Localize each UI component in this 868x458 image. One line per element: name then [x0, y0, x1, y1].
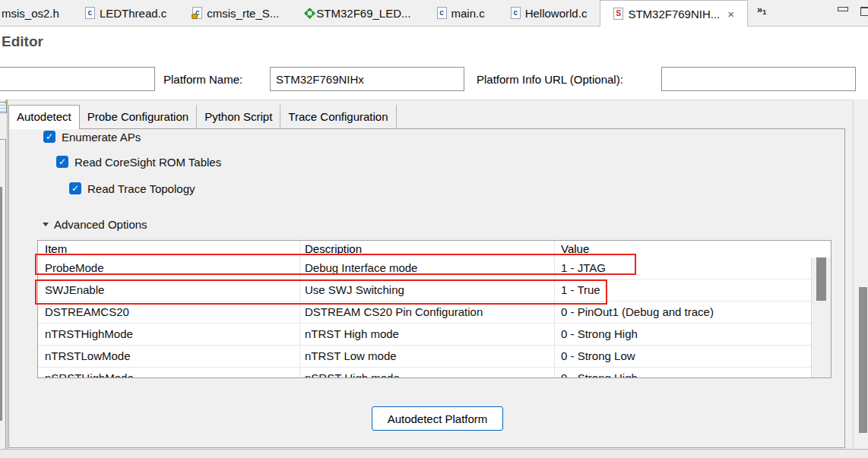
- column-header-description[interactable]: Description: [305, 241, 362, 257]
- tab-main-c[interactable]: main.c: [424, 0, 498, 26]
- tab-overflow-indicator[interactable]: » 1: [748, 0, 772, 26]
- launch-config-icon: [307, 10, 312, 15]
- config-tab-bar: Autodetect Probe Configuration Python Sc…: [8, 105, 397, 129]
- left-cropped-field[interactable]: [0, 67, 155, 91]
- tab-trace-configuration[interactable]: Trace Configuration: [280, 105, 396, 129]
- checkbox-checked-icon[interactable]: [69, 182, 81, 194]
- description-cell: nSRST High mode: [305, 368, 400, 378]
- page-title: Editor: [2, 33, 43, 50]
- description-cell: DSTREAM CS20 Pin Configuration: [305, 302, 483, 323]
- section-label: Advanced Options: [54, 218, 147, 231]
- tab-helloworld-c[interactable]: Helloworld.c: [498, 0, 600, 26]
- tab-cmsis-rte[interactable]: cmsis_rte_S...: [179, 0, 292, 26]
- table-row-dstreamcs20[interactable]: DSTREAMCS20 DSTREAM CS20 Pin Configurati…: [38, 302, 831, 324]
- autodetect-platform-button[interactable]: Autodetect Platform: [372, 406, 503, 431]
- table-scrollbar-track[interactable]: [811, 257, 831, 377]
- bottom-status-strip: [0, 449, 868, 458]
- c-file-icon: [437, 7, 447, 19]
- item-cell: DSTREAMCS20: [45, 302, 129, 323]
- checkbox-label: Read Trace Topology: [87, 182, 195, 195]
- tab-label: msis_os2.h: [2, 7, 59, 20]
- c-file-icon: [511, 7, 521, 19]
- file-key-icon: [192, 7, 202, 19]
- left-scrollbar-track[interactable]: [0, 139, 6, 449]
- value-cell: 1 - JTAG: [561, 257, 606, 279]
- editor-scrollbar-track[interactable]: [853, 99, 868, 449]
- checkbox-checked-icon[interactable]: [56, 156, 68, 168]
- description-cell: nTRST High mode: [305, 324, 399, 345]
- tab-stm32f69-led[interactable]: STM32F69_LED...: [292, 0, 423, 26]
- table-row-ntrsthighmode[interactable]: nTRSTHighMode nTRST High mode 0 - Strong…: [38, 324, 831, 346]
- platform-editor-window: msis_os2.h LEDThread.c cmsis_rte_S... ST…: [0, 0, 868, 458]
- left-cropped-panel: [0, 99, 8, 449]
- table-row-swjenable[interactable]: SWJEnable Use SWJ Switching 1 - True: [38, 280, 831, 302]
- minimize-icon[interactable]: [838, 7, 848, 11]
- hidden-tab-count: 1: [762, 8, 766, 16]
- column-header-value[interactable]: Value: [561, 241, 589, 257]
- item-cell: ProbeMode: [45, 257, 104, 279]
- item-cell: SWJEnable: [45, 280, 104, 301]
- item-cell: nTRSTHighMode: [45, 324, 133, 345]
- tab-stm32f769nih-active[interactable]: STM32F769NIH... ×: [600, 0, 748, 27]
- checkbox-row-read-trace-topology: Read Trace Topology: [69, 182, 195, 195]
- view-icon-partial: [0, 102, 7, 113]
- checkbox-label: Read CoreSight ROM Tables: [74, 156, 221, 169]
- checkbox-row-read-coresight-rom: Read CoreSight ROM Tables: [56, 155, 221, 169]
- value-cell: 0 - Strong High: [561, 324, 638, 345]
- item-cell: nSRSTHighMode: [45, 368, 134, 378]
- platform-info-url-label: Platform Info URL (Optional):: [477, 67, 623, 91]
- advanced-options-section-toggle[interactable]: Advanced Options: [43, 217, 147, 231]
- view-controls: [838, 0, 868, 26]
- checkbox-label: Enumerate APs: [62, 131, 141, 144]
- platform-name-label: Platform Name:: [163, 67, 242, 91]
- tab-msis-os2-h[interactable]: msis_os2.h: [0, 0, 72, 26]
- tab-autodetect[interactable]: Autodetect: [8, 105, 80, 129]
- value-cell: 1 - True: [561, 280, 600, 301]
- c-file-icon: [85, 7, 95, 19]
- tab-label: Helloworld.c: [525, 7, 588, 20]
- close-tab-icon[interactable]: ×: [727, 8, 734, 21]
- chevron-double-icon: »: [757, 4, 762, 15]
- editor-tab-bar: msis_os2.h LEDThread.c cmsis_rte_S... ST…: [0, 0, 868, 27]
- table-row-nsrsthighmode-clipped[interactable]: nSRSTHighMode nSRST High mode 0 - Strong…: [38, 368, 831, 378]
- checkbox-checked-icon[interactable]: [43, 131, 55, 143]
- editor-scrollbar-thumb[interactable]: [859, 287, 867, 433]
- tab-label: STM32F769NIH...: [628, 8, 720, 21]
- column-header-item[interactable]: Item: [45, 241, 67, 257]
- platform-info-url-input[interactable]: [661, 67, 856, 91]
- platform-name-input[interactable]: [270, 67, 464, 91]
- value-cell: 0 - Strong Low: [561, 346, 635, 367]
- table-header-row: Item Description Value: [38, 241, 831, 257]
- checkbox-row-enumerate-aps: Enumerate APs: [43, 130, 141, 144]
- table-scrollbar-thumb[interactable]: [816, 257, 826, 301]
- collapse-triangle-icon: [43, 223, 49, 226]
- tab-label: main.c: [451, 7, 485, 20]
- tab-label: LEDThread.c: [100, 7, 166, 20]
- left-scrollbar-thumb[interactable]: [0, 187, 2, 421]
- table-row-ntrstlowmode[interactable]: nTRSTLowMode nTRST Low mode 0 - Strong L…: [38, 346, 831, 368]
- maximize-icon[interactable]: [860, 7, 868, 16]
- description-cell: Debug Interface mode: [305, 257, 417, 279]
- description-cell: nTRST Low mode: [305, 346, 397, 367]
- sdf-file-icon: [613, 8, 623, 20]
- tab-label: STM32F69_LED...: [316, 7, 410, 20]
- tab-probe-configuration[interactable]: Probe Configuration: [80, 105, 197, 129]
- tab-label: cmsis_rte_S...: [207, 7, 279, 20]
- value-cell: 0 - Strong High: [561, 368, 638, 378]
- tab-ledthread-c[interactable]: LEDThread.c: [72, 0, 179, 26]
- item-cell: nTRSTLowMode: [45, 346, 131, 367]
- advanced-options-table: Item Description Value ProbeMode Debug I…: [37, 240, 832, 378]
- autodetect-tab-content: Enumerate APs Read CoreSight ROM Tables …: [8, 128, 845, 448]
- value-cell: 0 - PinOut1 (Debug and trace): [561, 302, 714, 323]
- description-cell: Use SWJ Switching: [305, 280, 404, 301]
- table-row-probemode[interactable]: ProbeMode Debug Interface mode 1 - JTAG: [38, 257, 831, 280]
- tab-python-script[interactable]: Python Script: [197, 105, 280, 129]
